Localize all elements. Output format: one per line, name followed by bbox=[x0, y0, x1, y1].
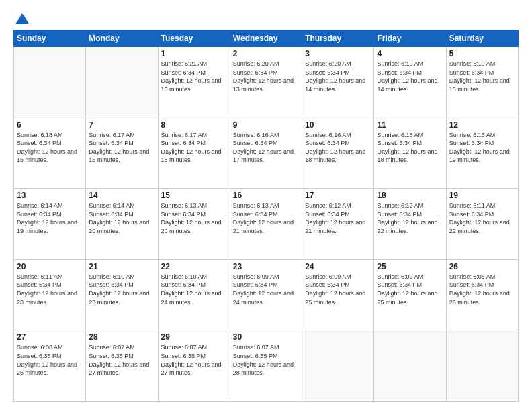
calendar-cell bbox=[446, 330, 518, 402]
calendar-cell bbox=[302, 330, 374, 402]
day-number: 11 bbox=[377, 120, 443, 130]
day-info: Sunrise: 6:12 AMSunset: 6:34 PMDaylight:… bbox=[305, 201, 371, 235]
day-info: Sunrise: 6:14 AMSunset: 6:34 PMDaylight:… bbox=[89, 201, 154, 235]
calendar-cell: 15Sunrise: 6:13 AMSunset: 6:34 PMDayligh… bbox=[158, 189, 230, 260]
day-info: Sunrise: 6:20 AMSunset: 6:34 PMDaylight:… bbox=[233, 60, 299, 93]
day-number: 24 bbox=[305, 262, 371, 271]
day-info: Sunrise: 6:07 AMSunset: 6:35 PMDaylight:… bbox=[89, 343, 154, 377]
weekday-header-tuesday: Tuesday bbox=[158, 30, 230, 47]
calendar-cell: 29Sunrise: 6:07 AMSunset: 6:35 PMDayligh… bbox=[158, 330, 230, 402]
day-info: Sunrise: 6:20 AMSunset: 6:34 PMDaylight:… bbox=[305, 60, 371, 93]
header bbox=[13, 12, 519, 23]
calendar-cell: 14Sunrise: 6:14 AMSunset: 6:34 PMDayligh… bbox=[86, 189, 158, 260]
day-number: 10 bbox=[305, 120, 371, 130]
calendar-cell: 26Sunrise: 6:08 AMSunset: 6:34 PMDayligh… bbox=[446, 259, 518, 330]
calendar-cell: 5Sunrise: 6:19 AMSunset: 6:34 PMDaylight… bbox=[446, 47, 518, 118]
calendar-cell bbox=[374, 330, 446, 402]
calendar-cell: 9Sunrise: 6:16 AMSunset: 6:34 PMDaylight… bbox=[230, 118, 302, 189]
calendar-cell: 18Sunrise: 6:12 AMSunset: 6:34 PMDayligh… bbox=[374, 189, 446, 260]
weekday-header-wednesday: Wednesday bbox=[230, 30, 302, 47]
day-info: Sunrise: 6:19 AMSunset: 6:34 PMDaylight:… bbox=[377, 60, 443, 93]
calendar-cell: 27Sunrise: 6:08 AMSunset: 6:35 PMDayligh… bbox=[14, 330, 86, 402]
day-number: 25 bbox=[377, 262, 443, 271]
calendar-page: SundayMondayTuesdayWednesdayThursdayFrid… bbox=[0, 0, 532, 411]
day-number: 19 bbox=[449, 191, 515, 200]
weekday-header-monday: Monday bbox=[86, 30, 158, 47]
day-info: Sunrise: 6:15 AMSunset: 6:34 PMDaylight:… bbox=[377, 131, 443, 165]
day-number: 26 bbox=[449, 262, 515, 271]
day-info: Sunrise: 6:21 AMSunset: 6:34 PMDaylight:… bbox=[161, 60, 227, 93]
weekday-header-friday: Friday bbox=[374, 30, 446, 47]
day-info: Sunrise: 6:18 AMSunset: 6:34 PMDaylight:… bbox=[17, 131, 83, 165]
calendar-cell: 21Sunrise: 6:10 AMSunset: 6:34 PMDayligh… bbox=[86, 259, 158, 330]
day-number: 9 bbox=[233, 120, 299, 130]
calendar-cell: 16Sunrise: 6:13 AMSunset: 6:34 PMDayligh… bbox=[230, 189, 302, 260]
calendar-cell bbox=[86, 47, 158, 118]
day-number: 16 bbox=[233, 191, 299, 200]
calendar-cell: 28Sunrise: 6:07 AMSunset: 6:35 PMDayligh… bbox=[86, 330, 158, 402]
calendar-table: SundayMondayTuesdayWednesdayThursdayFrid… bbox=[13, 30, 519, 402]
day-info: Sunrise: 6:19 AMSunset: 6:34 PMDaylight:… bbox=[449, 60, 515, 93]
day-number: 29 bbox=[161, 332, 227, 342]
day-info: Sunrise: 6:12 AMSunset: 6:34 PMDaylight:… bbox=[377, 201, 443, 235]
day-number: 6 bbox=[17, 120, 83, 130]
calendar-cell: 12Sunrise: 6:15 AMSunset: 6:34 PMDayligh… bbox=[446, 118, 518, 189]
day-number: 13 bbox=[17, 191, 83, 200]
calendar-cell: 22Sunrise: 6:10 AMSunset: 6:34 PMDayligh… bbox=[158, 259, 230, 330]
calendar-cell: 13Sunrise: 6:14 AMSunset: 6:34 PMDayligh… bbox=[14, 189, 86, 260]
day-number: 14 bbox=[89, 191, 154, 200]
weekday-header-sunday: Sunday bbox=[14, 30, 86, 47]
calendar-cell bbox=[14, 47, 86, 118]
calendar-cell: 8Sunrise: 6:17 AMSunset: 6:34 PMDaylight… bbox=[158, 118, 230, 189]
day-info: Sunrise: 6:16 AMSunset: 6:34 PMDaylight:… bbox=[305, 131, 371, 165]
day-number: 8 bbox=[161, 120, 227, 130]
day-info: Sunrise: 6:10 AMSunset: 6:34 PMDaylight:… bbox=[161, 273, 227, 306]
day-number: 17 bbox=[305, 191, 371, 200]
day-number: 3 bbox=[305, 49, 371, 58]
calendar-cell: 7Sunrise: 6:17 AMSunset: 6:34 PMDaylight… bbox=[86, 118, 158, 189]
logo bbox=[13, 12, 32, 23]
day-info: Sunrise: 6:07 AMSunset: 6:35 PMDaylight:… bbox=[161, 343, 227, 377]
day-info: Sunrise: 6:08 AMSunset: 6:35 PMDaylight:… bbox=[17, 343, 83, 377]
logo-icon bbox=[14, 12, 30, 26]
day-info: Sunrise: 6:13 AMSunset: 6:34 PMDaylight:… bbox=[233, 201, 299, 235]
day-info: Sunrise: 6:13 AMSunset: 6:34 PMDaylight:… bbox=[161, 201, 227, 235]
calendar-cell: 19Sunrise: 6:11 AMSunset: 6:34 PMDayligh… bbox=[446, 189, 518, 260]
day-number: 15 bbox=[161, 191, 227, 200]
day-info: Sunrise: 6:16 AMSunset: 6:34 PMDaylight:… bbox=[233, 131, 299, 165]
day-number: 12 bbox=[449, 120, 515, 130]
calendar-cell: 17Sunrise: 6:12 AMSunset: 6:34 PMDayligh… bbox=[302, 189, 374, 260]
calendar-cell: 23Sunrise: 6:09 AMSunset: 6:34 PMDayligh… bbox=[230, 259, 302, 330]
day-number: 23 bbox=[233, 262, 299, 271]
day-info: Sunrise: 6:10 AMSunset: 6:34 PMDaylight:… bbox=[89, 273, 154, 306]
calendar-cell: 10Sunrise: 6:16 AMSunset: 6:34 PMDayligh… bbox=[302, 118, 374, 189]
calendar-cell: 20Sunrise: 6:11 AMSunset: 6:34 PMDayligh… bbox=[14, 259, 86, 330]
day-info: Sunrise: 6:11 AMSunset: 6:34 PMDaylight:… bbox=[449, 201, 515, 235]
day-number: 5 bbox=[449, 49, 515, 58]
day-info: Sunrise: 6:11 AMSunset: 6:34 PMDaylight:… bbox=[17, 273, 83, 306]
day-info: Sunrise: 6:09 AMSunset: 6:34 PMDaylight:… bbox=[305, 273, 371, 306]
day-number: 21 bbox=[89, 262, 154, 271]
day-info: Sunrise: 6:14 AMSunset: 6:34 PMDaylight:… bbox=[17, 201, 83, 235]
day-info: Sunrise: 6:09 AMSunset: 6:34 PMDaylight:… bbox=[377, 273, 443, 306]
calendar-cell: 30Sunrise: 6:07 AMSunset: 6:35 PMDayligh… bbox=[230, 330, 302, 402]
day-info: Sunrise: 6:08 AMSunset: 6:34 PMDaylight:… bbox=[449, 273, 515, 306]
weekday-header-thursday: Thursday bbox=[302, 30, 374, 47]
day-number: 18 bbox=[377, 191, 443, 200]
day-number: 20 bbox=[17, 262, 83, 271]
calendar-cell: 1Sunrise: 6:21 AMSunset: 6:34 PMDaylight… bbox=[158, 47, 230, 118]
day-number: 1 bbox=[161, 49, 227, 58]
day-info: Sunrise: 6:17 AMSunset: 6:34 PMDaylight:… bbox=[161, 131, 227, 165]
calendar-cell: 24Sunrise: 6:09 AMSunset: 6:34 PMDayligh… bbox=[302, 259, 374, 330]
calendar-cell: 2Sunrise: 6:20 AMSunset: 6:34 PMDaylight… bbox=[230, 47, 302, 118]
day-number: 7 bbox=[89, 120, 154, 130]
calendar-cell: 3Sunrise: 6:20 AMSunset: 6:34 PMDaylight… bbox=[302, 47, 374, 118]
calendar-cell: 4Sunrise: 6:19 AMSunset: 6:34 PMDaylight… bbox=[374, 47, 446, 118]
day-number: 4 bbox=[377, 49, 443, 58]
calendar-cell: 6Sunrise: 6:18 AMSunset: 6:34 PMDaylight… bbox=[14, 118, 86, 189]
day-info: Sunrise: 6:15 AMSunset: 6:34 PMDaylight:… bbox=[449, 131, 515, 165]
calendar-cell: 11Sunrise: 6:15 AMSunset: 6:34 PMDayligh… bbox=[374, 118, 446, 189]
day-number: 27 bbox=[17, 332, 83, 342]
day-number: 30 bbox=[233, 332, 299, 342]
weekday-header-saturday: Saturday bbox=[446, 30, 518, 47]
